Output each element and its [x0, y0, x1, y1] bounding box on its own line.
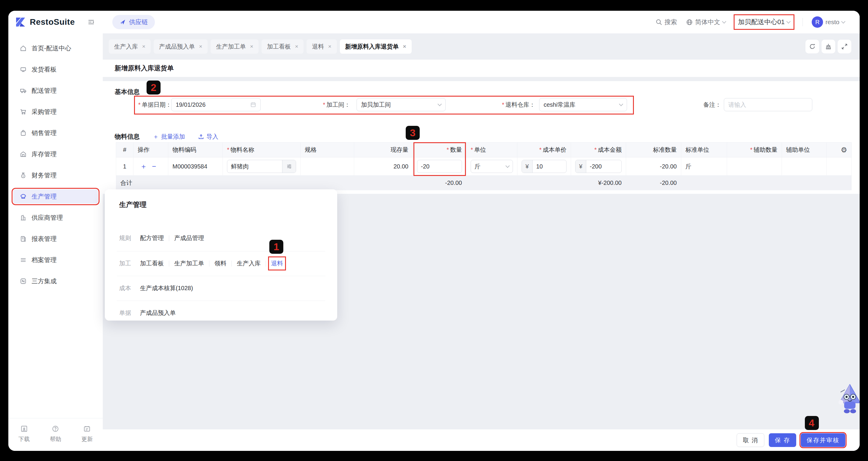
- unit-select[interactable]: 斤: [471, 160, 513, 173]
- menu-item-material-return[interactable]: 退料 1: [271, 259, 283, 267]
- table-total-row: 合计 -20.00 ¥-200.00 -20.00: [116, 176, 851, 190]
- col-cost-price: *成本单价: [518, 143, 571, 157]
- global-search[interactable]: 搜索: [656, 18, 677, 26]
- download-button[interactable]: 下载: [12, 425, 36, 443]
- remark-text-input[interactable]: [728, 102, 808, 108]
- close-icon[interactable]: ×: [199, 43, 202, 50]
- annotation-badge-1: 1: [269, 240, 283, 254]
- warehouse-icon: [20, 151, 27, 158]
- close-icon[interactable]: ×: [250, 43, 253, 50]
- tab-new-return-order[interactable]: 新增原料入库退货单×: [340, 39, 412, 54]
- remark-label: 备注：: [703, 101, 721, 109]
- tab-material-return[interactable]: 退料×: [307, 39, 337, 54]
- sidebar-item-delivery[interactable]: 配送管理: [13, 84, 98, 98]
- sidebar-item-reports[interactable]: 报表管理: [13, 232, 98, 246]
- material-name-input[interactable]: 鲜猪肉: [227, 160, 296, 173]
- building-icon: [20, 214, 27, 221]
- doc-date-input[interactable]: 19/01/2026: [171, 98, 261, 111]
- sidebar-item-inventory[interactable]: 库存管理: [13, 147, 98, 161]
- save-button[interactable]: 保 存: [769, 433, 796, 447]
- sidebar-item-production[interactable]: 生产管理: [13, 189, 98, 204]
- location-selector[interactable]: 加贝配送中心01: [735, 15, 794, 29]
- std-qty-value: -20.00: [626, 157, 681, 176]
- required-mark: *: [323, 102, 325, 108]
- tab-production-inbound[interactable]: 生产入库×: [109, 39, 151, 54]
- top-header: RestoSuite 供应链 搜索: [8, 11, 860, 33]
- menu-item-cost-accounting[interactable]: 生产成本核算(1028): [140, 284, 193, 292]
- sidebar-footer: 下载 帮助 更新: [8, 418, 103, 451]
- menu-item-production-order[interactable]: 生产加工单: [174, 259, 204, 267]
- chevron-down-icon: [786, 19, 790, 24]
- sidebar-item-home[interactable]: 首页-配送中心: [13, 41, 98, 55]
- tab-production-order[interactable]: 生产加工单×: [211, 39, 258, 54]
- menu-item-material-requisition[interactable]: 领料: [214, 259, 226, 267]
- truck-icon: [20, 87, 27, 94]
- home-icon: [20, 45, 27, 52]
- module-switcher-supply-chain[interactable]: 供应链: [112, 15, 155, 29]
- language-selector[interactable]: 简体中文: [686, 18, 725, 26]
- close-icon[interactable]: ×: [295, 43, 298, 50]
- materials-toolbar: 物料信息 ＋ 批量添加 导入: [115, 133, 218, 141]
- search-label: 搜索: [664, 18, 677, 26]
- cost-amount-input[interactable]: ¥-200: [575, 160, 622, 173]
- menu-item-finished-goods-mgmt[interactable]: 产成品管理: [174, 234, 204, 242]
- required-mark: *: [138, 102, 141, 108]
- remove-row-icon[interactable]: −: [150, 162, 158, 170]
- doc-date-field: * 单据日期：: [138, 98, 172, 111]
- close-icon[interactable]: ×: [142, 43, 145, 50]
- total-std-qty: -20.00: [626, 176, 681, 190]
- annotation-badge-3: 3: [406, 126, 420, 140]
- warehouse-field: * 退料仓库：: [502, 98, 535, 111]
- material-name-cell: 鲜猪肉: [223, 157, 301, 176]
- chevron-down-icon: [619, 102, 623, 106]
- cost-price-cell: ¥10: [518, 157, 571, 176]
- menu-item-recipe-mgmt[interactable]: 配方管理: [140, 234, 164, 242]
- cancel-button[interactable]: 取 消: [737, 433, 765, 447]
- total-label: 合计: [116, 176, 168, 190]
- update-button[interactable]: 更新: [75, 425, 99, 443]
- qty-cell: -20: [413, 157, 466, 176]
- sidebar-item-finance[interactable]: ¥ 财务管理: [13, 168, 98, 182]
- refresh-button[interactable]: [805, 40, 819, 53]
- sidebar-item-purchasing[interactable]: 采购管理: [13, 105, 98, 119]
- col-cost-amount: *成本金额: [571, 143, 626, 157]
- help-button[interactable]: 帮助: [43, 425, 67, 443]
- save-and-audit-button[interactable]: 保存并审核 4: [801, 433, 845, 447]
- sidebar-collapse-icon[interactable]: [87, 18, 95, 26]
- tab-finished-pre-entry[interactable]: 产成品预入单×: [154, 39, 208, 54]
- app-window: RestoSuite 供应链 搜索: [8, 11, 860, 451]
- qty-input[interactable]: -20: [417, 160, 462, 173]
- user-menu[interactable]: R resto: [812, 17, 845, 28]
- import-button[interactable]: 导入: [198, 133, 218, 141]
- calendar-icon: [83, 425, 91, 433]
- assistant-mascot[interactable]: [838, 383, 860, 416]
- cost-price-input[interactable]: ¥10: [522, 160, 566, 173]
- fullscreen-button[interactable]: [838, 40, 851, 53]
- batch-add-button[interactable]: ＋ 批量添加: [153, 133, 185, 141]
- sidebar-item-shipping-board[interactable]: 发货看板: [13, 62, 98, 77]
- close-icon[interactable]: ×: [328, 43, 331, 50]
- aux-unit-value: [782, 157, 827, 176]
- tab-processing-board[interactable]: 加工看板×: [261, 39, 304, 54]
- close-icon[interactable]: ×: [403, 43, 406, 50]
- document-card: 基本信息 * 单据日期： 19/01/2026 * 加工间： 加贝加: [103, 81, 860, 194]
- sidebar-item-sales[interactable]: 销售管理: [13, 126, 98, 140]
- workshop-select[interactable]: 加贝加工间: [356, 98, 445, 111]
- sidebar-item-archives[interactable]: 档案管理: [13, 253, 98, 267]
- warehouse-select[interactable]: ceshi常温库: [539, 98, 627, 111]
- gear-icon[interactable]: ⚙: [841, 146, 847, 154]
- sliders-icon[interactable]: [282, 160, 296, 173]
- sidebar-item-integrations[interactable]: 三方集成: [13, 274, 98, 288]
- clear-cache-button[interactable]: [822, 40, 835, 53]
- remark-input[interactable]: [724, 98, 812, 111]
- total-qty: -20.00: [413, 176, 466, 190]
- stock-value: 20.00: [354, 157, 413, 176]
- page-title: 新增原料入库退货单: [115, 64, 174, 73]
- search-icon: [656, 19, 662, 25]
- materials-table: # 操作 物料编码 *物料名称 规格 现存量 *数量 *单位 *成本单价 *成本…: [116, 142, 851, 190]
- menu-item-processing-board[interactable]: 加工看板: [140, 259, 164, 267]
- menu-item-finished-pre-entry[interactable]: 产成品预入单: [140, 309, 176, 317]
- sidebar-item-suppliers[interactable]: 供应商管理: [13, 210, 98, 225]
- menu-item-production-inbound[interactable]: 生产入库: [237, 259, 261, 267]
- add-row-icon[interactable]: ＋: [137, 162, 150, 170]
